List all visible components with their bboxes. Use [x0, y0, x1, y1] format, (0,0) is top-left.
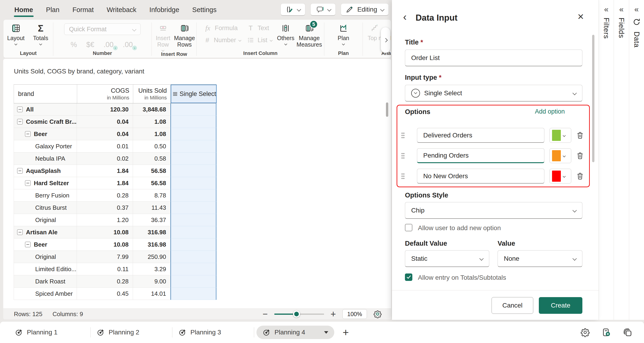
table-row[interactable]: Cosmic Craft Br... 0.04 1.08 — [14, 116, 216, 128]
collapse-icon[interactable] — [25, 180, 30, 186]
grid-vertical-scrollbar[interactable] — [386, 102, 388, 117]
settings-gear-icon[interactable] — [580, 328, 590, 337]
option-label-input[interactable]: Delivered Orders — [417, 128, 544, 143]
collapse-icon[interactable] — [25, 131, 30, 137]
table-row[interactable]: AquaSplash 1.84 56.58 — [14, 165, 216, 177]
collapse-icon[interactable] — [17, 119, 23, 124]
single-select-cell[interactable] — [170, 116, 216, 128]
collapse-icon[interactable] — [17, 168, 23, 174]
sheet-tab-planning-3[interactable]: Planning 3 — [172, 328, 254, 336]
manage-rows-button[interactable]: Manage Rows — [174, 22, 196, 51]
allow-entry-totals-checkbox[interactable] — [405, 273, 412, 281]
sidebar-tab-fields[interactable]: « Fields — [614, 0, 629, 320]
column-header-units-sold[interactable]: Units Sold in Millions — [133, 85, 171, 103]
single-select-cell[interactable] — [170, 189, 216, 202]
table-row[interactable]: Original 7.99 250.90 — [14, 251, 216, 263]
zoom-in-button[interactable]: + — [330, 312, 336, 316]
duplicate-stack-icon[interactable] — [623, 327, 632, 337]
single-select-cell[interactable] — [170, 153, 216, 165]
single-select-cell[interactable] — [170, 202, 216, 214]
totals-button[interactable]: Σ Totals — [29, 22, 52, 50]
table-row[interactable]: Spiced Amber 0.45 14.01 — [14, 288, 216, 300]
others-column-button[interactable]: Others — [276, 22, 295, 50]
sidebar-tab-data[interactable]: « Data — [629, 0, 644, 320]
insert-row-button[interactable]: Insert Row — [153, 22, 174, 51]
ribbon-scroll-right-button[interactable] — [381, 27, 390, 53]
table-row[interactable]: All 120.30 3,848.68 — [14, 103, 216, 116]
single-select-cell[interactable] — [170, 165, 216, 177]
plan-button[interactable]: Plan — [332, 22, 355, 50]
single-select-cell[interactable] — [170, 214, 216, 226]
menu-format[interactable]: Format — [72, 6, 94, 14]
zoom-level[interactable]: 100% — [342, 309, 367, 319]
column-header-brand[interactable]: brand — [14, 85, 77, 103]
writeback-mode-dropdown[interactable] — [280, 3, 305, 16]
comments-dropdown[interactable] — [310, 3, 336, 16]
sheet-tab-planning-1[interactable]: Planning 1 — [9, 328, 90, 336]
single-select-cell[interactable] — [170, 103, 216, 116]
table-row[interactable]: Dark Roast 0.28 9.00 — [14, 275, 216, 288]
table-row[interactable]: Original 1.20 36.37 — [14, 214, 216, 226]
number-column-button[interactable]: #Number — [201, 34, 244, 46]
single-select-cell[interactable] — [170, 275, 216, 288]
new-document-icon[interactable] — [602, 327, 611, 337]
options-style-dropdown[interactable]: Chip — [405, 202, 582, 219]
zoom-out-button[interactable]: − — [262, 312, 268, 316]
editing-mode-dropdown[interactable]: Editing — [341, 3, 389, 16]
sheet-tab-planning-2[interactable]: Planning 2 — [90, 328, 172, 336]
table-row[interactable]: Beer 0.04 1.08 — [14, 128, 216, 140]
input-type-dropdown[interactable]: Single Select — [405, 85, 582, 102]
option-label-input[interactable]: Pending Orders — [417, 148, 544, 163]
currency-format-button[interactable]: $€ — [86, 41, 96, 49]
back-chevron-icon[interactable]: ‹ — [403, 12, 406, 21]
collapse-icon[interactable] — [17, 229, 23, 235]
table-row[interactable]: Citrus Burst 0.37 11.43 — [14, 202, 216, 214]
list-column-button[interactable]: List — [244, 34, 276, 46]
delete-option-icon[interactable] — [576, 152, 584, 160]
collapse-icon[interactable] — [25, 242, 30, 247]
drag-handle-icon[interactable] — [401, 153, 405, 159]
single-select-cell[interactable] — [170, 226, 216, 238]
sheet-tab-planning-4-active[interactable]: Planning 4 — [256, 326, 334, 339]
panel-scrollbar[interactable] — [592, 35, 594, 162]
text-column-button[interactable]: TText — [244, 22, 276, 34]
table-row[interactable]: Limited Editio... 0.11 3.29 — [14, 263, 216, 275]
table-row[interactable]: Berry Fusion 0.28 8.78 — [14, 189, 216, 202]
add-option-link[interactable]: Add option — [535, 108, 565, 115]
menu-home[interactable]: Home — [14, 6, 33, 14]
zoom-slider[interactable] — [274, 313, 324, 315]
table-row[interactable]: Beer 10.08 316.98 — [14, 238, 216, 251]
grid-settings-gear-icon[interactable] — [374, 310, 382, 318]
option-label-input[interactable]: No New Orders — [417, 169, 544, 184]
create-button[interactable]: Create — [539, 297, 582, 314]
option-color-dropdown[interactable] — [550, 148, 571, 163]
menu-infobridge[interactable]: Infobridge — [150, 6, 179, 14]
single-select-cell[interactable] — [170, 238, 216, 251]
table-row[interactable]: Nebula IPA 0.02 0.58 — [14, 153, 216, 165]
option-color-dropdown[interactable] — [550, 128, 571, 143]
title-input[interactable]: Order List — [405, 50, 582, 66]
increase-decimal-button[interactable]: .00› — [123, 41, 134, 49]
menu-settings[interactable]: Settings — [192, 6, 216, 14]
table-row[interactable]: Hard Seltzer 1.84 56.58 — [14, 177, 216, 189]
manage-measures-button[interactable]: 5 Manage Measures — [295, 22, 323, 50]
drag-handle-icon[interactable] — [401, 173, 405, 179]
sidebar-tab-filters[interactable]: « Filters — [598, 0, 614, 320]
menu-plan[interactable]: Plan — [46, 6, 60, 14]
formula-button[interactable]: fxFormula — [201, 22, 244, 34]
layout-button[interactable]: Layout — [4, 22, 27, 50]
tab-menu-triangle-icon[interactable] — [324, 331, 328, 334]
table-row[interactable]: Galaxy Porter 0.01 0.50 — [14, 140, 216, 153]
column-header-cogs[interactable]: COGS in Millions — [77, 85, 133, 103]
collapse-icon[interactable] — [17, 107, 23, 112]
single-select-cell[interactable] — [170, 177, 216, 189]
column-header-single-select[interactable]: Single Select — [171, 85, 216, 103]
single-select-cell[interactable] — [170, 288, 216, 300]
drag-handle-icon[interactable] — [401, 132, 405, 139]
table-row[interactable]: Artisan Ale 10.08 316.98 — [14, 226, 216, 238]
quick-format-dropdown[interactable]: Quick Format — [64, 24, 140, 35]
menu-writeback[interactable]: Writeback — [106, 6, 136, 14]
decrease-decimal-button[interactable]: .00‹ — [104, 41, 115, 49]
percent-format-button[interactable]: % — [71, 41, 78, 49]
delete-option-icon[interactable] — [576, 131, 584, 140]
